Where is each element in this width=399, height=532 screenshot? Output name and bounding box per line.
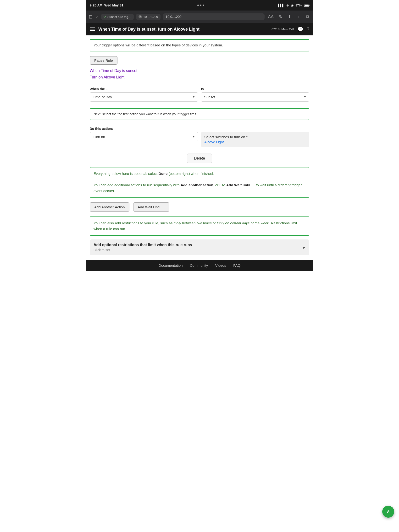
action-row: Turn on Turn off Toggle Dim Set Color Te… (90, 132, 309, 147)
when-the-select-wrapper: Time of Day Switch Motion Sensor Contact… (90, 92, 198, 102)
browser-back-button[interactable]: ‹ (95, 13, 99, 21)
is-select[interactable]: Sunset Sunrise 12:00 PM 11:00 PM (201, 92, 309, 102)
delete-button[interactable]: Delete (187, 154, 212, 163)
chat-icon[interactable]: 💬 (297, 26, 303, 32)
page-header: When Time of Day is sunset, turn on Alco… (86, 23, 313, 35)
footer-link-community[interactable]: Community (190, 263, 208, 267)
help-icon[interactable]: ? (307, 26, 309, 32)
optional-info-line1: Everything below here is optional; selec… (94, 171, 305, 177)
trigger-row: When the ... Time of Day Switch Motion S… (90, 87, 309, 102)
restrictions-text-block: Add optional restrictions that limit whe… (94, 243, 192, 252)
add-another-action-button[interactable]: Add Another Action (90, 202, 129, 212)
is-label: Is (201, 87, 309, 91)
text-size-button[interactable]: AA (267, 14, 275, 20)
page-header-left: When Time of Day is sunset, turn on Alco… (90, 27, 200, 32)
header-location: 672 S. Main C-8 (272, 27, 294, 31)
battery-percentage: 87% (295, 4, 302, 7)
browser-tab-1[interactable]: ⟳ Sunset rule trig… (101, 14, 134, 20)
share-button[interactable]: ⬆ (287, 14, 292, 20)
footer-link-videos[interactable]: Videos (215, 263, 226, 267)
main-content: Your trigger options will be different b… (86, 39, 313, 255)
sidebar-toggle-icon[interactable]: ⊟ (89, 14, 93, 20)
when-the-col: When the ... Time of Day Switch Motion S… (90, 87, 198, 102)
restrictions-info-box: You can also add restrictions to your ru… (90, 216, 309, 236)
do-action-select[interactable]: Turn on Turn off Toggle Dim Set Color Te… (90, 132, 198, 141)
optional-wait-until-bold: Add Wait until (226, 183, 250, 187)
is-select-wrapper: Sunset Sunrise 12:00 PM 11:00 PM ▼ (201, 92, 309, 102)
rule-summary-line-1[interactable]: When Time of Day is sunset ... (90, 67, 309, 74)
browser-url-bar[interactable]: 10.0.1.209 (163, 13, 265, 20)
tab1-label: Sunset rule trig… (108, 15, 131, 19)
battery-icon (304, 4, 309, 7)
add-actions-row: Add Another Action Add Wait Until … (86, 201, 313, 216)
do-this-action-label: Do this action: (90, 127, 309, 131)
restrictions-chevron-icon: ▶ (303, 245, 305, 249)
restrictions-subtitle: Click to set (94, 248, 192, 252)
when-the-label: When the ... (90, 87, 198, 91)
location-icon: ◉ (291, 4, 293, 7)
hamburger-menu-icon[interactable] (90, 27, 95, 31)
pause-rule-button[interactable]: Pause Rule (90, 56, 117, 65)
reload-button[interactable]: ↻ (278, 14, 284, 20)
action-info-box: Next, select the the first action you wa… (90, 108, 309, 120)
action-info-text: Next, select the the first action you wa… (94, 112, 197, 116)
info-banner: Your trigger options will be different b… (90, 39, 309, 51)
optional-done-bold: Done (158, 171, 168, 176)
trigger-section: When the ... Time of Day Switch Motion S… (86, 84, 313, 105)
signal-icon: ▌▌▌ (278, 4, 285, 7)
status-dots (197, 5, 204, 6)
status-bar: 9:26 AM Wed May 31 ▌▌▌ ⊛ ◉ 87% (86, 0, 313, 11)
tab2-label: 10.0.1.209 (143, 15, 158, 19)
info-banner-text: Your trigger options will be different b… (94, 43, 223, 47)
optional-info-box: Everything below here is optional; selec… (90, 167, 309, 198)
action-left: Turn on Turn off Toggle Dim Set Color Te… (90, 132, 198, 147)
when-the-select[interactable]: Time of Day Switch Motion Sensor Contact… (90, 92, 198, 102)
select-switches-value[interactable]: Alcove Light (204, 140, 306, 144)
delete-section: Delete (86, 150, 313, 167)
tab2-close-icon[interactable]: ✕ (139, 15, 142, 19)
new-tab-button[interactable]: ＋ (296, 13, 302, 20)
tabs-overview-button[interactable]: ⧉ (305, 14, 310, 20)
status-right: ▌▌▌ ⊛ ◉ 87% (278, 4, 309, 7)
select-switches-title: Select switches to turn on * (204, 135, 306, 139)
restrictions-italic-1: Only between two times (174, 221, 212, 225)
page-title: When Time of Day is sunset, turn on Alco… (98, 27, 200, 32)
pause-section: Pause Rule (86, 51, 313, 67)
select-switches-panel: Select switches to turn on * Alcove Ligh… (201, 132, 309, 147)
do-action-select-wrapper: Turn on Turn off Toggle Dim Set Color Te… (90, 132, 198, 141)
browser-bar: ⊟ ‹ ⟳ Sunset rule trig… ✕ 10.0.1.209 10.… (86, 11, 313, 23)
optional-add-action-bold: Add another action (181, 183, 213, 187)
is-col: Is Sunset Sunrise 12:00 PM 11:00 PM ▼ (201, 87, 309, 102)
wifi-icon: ⊛ (286, 4, 289, 7)
optional-info-line2: You can add additional actions to run se… (94, 182, 305, 194)
footer: Documentation Community Videos FAQ (86, 260, 313, 271)
page-header-right: 672 S. Main C-8 💬 ? (272, 26, 309, 32)
browser-actions: AA ↻ ⬆ ＋ ⧉ (267, 13, 310, 20)
add-wait-until-button[interactable]: Add Wait Until … (133, 202, 170, 212)
restrictions-italic-2: Only on certain days of the week (217, 221, 269, 225)
status-time: 9:26 AM Wed May 31 (90, 3, 123, 7)
restrictions-title: Add optional restrictions that limit whe… (94, 243, 192, 247)
rule-summary: When Time of Day is sunset ... Turn on A… (86, 67, 313, 84)
action-section: Do this action: Turn on Turn off Toggle … (86, 124, 313, 150)
rule-summary-line-2[interactable]: Turn on Alcove Light (90, 74, 309, 80)
tab1-favicon: ⟳ (104, 15, 106, 19)
footer-link-documentation[interactable]: Documentation (158, 263, 183, 267)
footer-link-faq[interactable]: FAQ (233, 263, 241, 267)
browser-tab-2[interactable]: ✕ 10.0.1.209 (136, 14, 160, 20)
restrictions-row[interactable]: Add optional restrictions that limit whe… (90, 240, 309, 255)
